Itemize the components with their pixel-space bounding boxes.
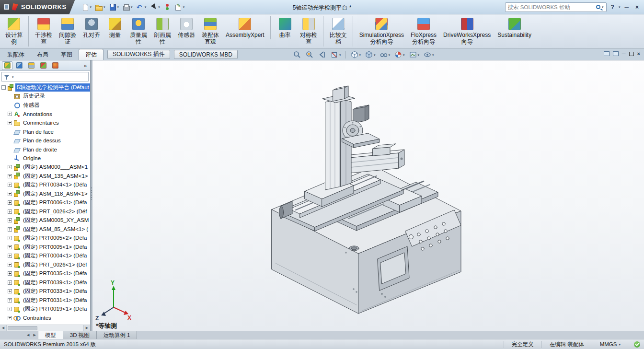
ribbon-button[interactable]: 剖面属 性 xyxy=(150,16,174,47)
tree-horizontal-scrollbar[interactable]: ◀ ▶ xyxy=(0,325,90,331)
apply-scene-button[interactable]: ▾ xyxy=(407,50,421,59)
help-search[interactable]: ▾ xyxy=(505,2,607,12)
tree-item[interactable]: Plan de face xyxy=(0,128,90,137)
tree-filter[interactable]: ▾ xyxy=(1,72,89,81)
scroll-left-icon[interactable]: ◀ xyxy=(0,325,7,331)
ribbon-button[interactable]: 干涉检 查 xyxy=(32,16,56,47)
tree-item[interactable]: (固定) PRT0006<1> (Défa xyxy=(0,198,90,208)
help-caret-icon[interactable]: ▾ xyxy=(619,5,621,9)
select-caret-icon[interactable]: ▾ xyxy=(158,5,160,9)
status-units[interactable]: MMGS▾ xyxy=(592,341,628,347)
scroll-right-icon[interactable]: ▶ xyxy=(83,325,90,331)
ribbon-button[interactable]: 比较文 档 xyxy=(326,16,353,47)
expander-icon[interactable] xyxy=(8,307,12,311)
expander-icon[interactable] xyxy=(8,316,12,320)
expander-icon[interactable] xyxy=(8,165,12,169)
expander-icon[interactable] xyxy=(8,227,12,232)
expander-icon[interactable] xyxy=(8,254,12,258)
tree-item[interactable]: (固定) PRT0005<2> (Défa xyxy=(0,234,90,243)
tree-item[interactable]: (固定) PRT0035<1> (Défa xyxy=(0,269,90,279)
ribbon-tab[interactable]: 布局 xyxy=(31,49,55,60)
ribbon-tab[interactable]: 评估 xyxy=(79,49,104,60)
minimize-document-icon[interactable]: ─ xyxy=(622,51,626,57)
view-orientation-button[interactable]: ▾ xyxy=(349,50,363,59)
save-button[interactable]: ▾ xyxy=(107,2,121,12)
expander-icon[interactable] xyxy=(8,183,12,187)
print-button[interactable]: ▾ xyxy=(121,2,134,12)
save-caret-icon[interactable]: ▾ xyxy=(117,5,119,9)
ribbon-button[interactable]: 设计算 例 xyxy=(2,16,29,47)
tree-item[interactable]: (固定) ASM_118_ASM<1> xyxy=(0,189,90,198)
print-caret-icon[interactable]: ▾ xyxy=(131,5,133,9)
expander-icon[interactable] xyxy=(8,121,12,125)
window-minimize-button[interactable]: ─ xyxy=(622,4,631,11)
expander-icon[interactable] xyxy=(8,298,12,302)
expander-icon[interactable] xyxy=(8,209,12,214)
tab-propertymanager[interactable] xyxy=(14,61,24,70)
options-button[interactable]: ▾ xyxy=(173,2,186,12)
view-settings-button[interactable]: ▾ xyxy=(422,50,436,59)
document-tab[interactable]: 3D 视图 xyxy=(63,331,97,339)
hide-show-caret-icon[interactable]: ▾ xyxy=(389,53,391,57)
expander-icon[interactable] xyxy=(8,289,12,293)
tab-dimxpertmanager[interactable] xyxy=(38,61,48,70)
expander-icon[interactable] xyxy=(8,245,12,249)
expander-icon[interactable] xyxy=(8,218,12,222)
units-caret-icon[interactable]: ▾ xyxy=(619,343,621,346)
document-tab[interactable]: 运动算例 1 xyxy=(97,331,138,339)
new-caret-icon[interactable]: ▾ xyxy=(90,5,92,9)
help-search-input[interactable] xyxy=(508,4,595,10)
restore-document-icon[interactable] xyxy=(629,52,634,56)
tree-item[interactable]: (固定) PRT0039<1> (Défa xyxy=(0,278,90,287)
section-view-button[interactable]: ▾ xyxy=(329,50,343,59)
ribbon-button[interactable]: 孔对齐 xyxy=(80,16,104,39)
window-close-button[interactable]: × xyxy=(633,4,641,11)
ribbon-tab[interactable]: SOLIDWORKS 插件 xyxy=(107,50,170,59)
ribbon-button[interactable]: 测量 xyxy=(104,16,126,39)
tree-item[interactable]: (固定) PRT_0026<1> (Déf xyxy=(0,260,90,269)
rebuild-button[interactable] xyxy=(162,2,172,12)
tree-item[interactable]: 历史记录 xyxy=(0,92,90,101)
expander-icon[interactable] xyxy=(8,200,12,205)
next-document-icon[interactable] xyxy=(613,51,619,56)
undo-caret-icon[interactable]: ▾ xyxy=(145,5,147,9)
tree-item[interactable]: (固定) PRT0031<1> (Défa xyxy=(0,296,90,305)
apply-scene-caret-icon[interactable]: ▾ xyxy=(418,53,420,57)
expander-icon[interactable] xyxy=(8,192,12,196)
previous-view-button[interactable] xyxy=(316,50,328,59)
expander-icon[interactable] xyxy=(8,280,12,285)
panel-flyout-chevrons-icon[interactable]: » xyxy=(82,63,88,69)
tree-item[interactable]: (固定) ASM0005_XY_ASM xyxy=(0,216,90,225)
tree-item[interactable]: Plan de droite xyxy=(0,145,90,154)
expander-icon[interactable] xyxy=(8,263,12,267)
display-style-button[interactable]: ▾ xyxy=(363,50,377,59)
ribbon-tab[interactable]: 装配体 xyxy=(1,49,31,60)
tree-item[interactable]: 5轴运动光学检测平台 (Défaut xyxy=(0,83,90,92)
tree-item[interactable]: (固定) PRT0019<1> (Défa xyxy=(0,305,90,314)
scrollbar-thumb[interactable] xyxy=(8,326,37,330)
expander-icon[interactable] xyxy=(8,112,12,116)
ribbon-button[interactable]: 质量属 性 xyxy=(126,16,150,47)
new-document-button[interactable]: ▾ xyxy=(80,2,93,12)
open-button[interactable]: ▾ xyxy=(93,2,107,12)
search-options-caret-icon[interactable]: ▾ xyxy=(602,5,604,9)
expander-icon[interactable] xyxy=(8,174,12,178)
document-tab[interactable]: 模型 xyxy=(38,331,63,339)
previous-document-icon[interactable] xyxy=(604,51,610,56)
undo-button[interactable]: ▾ xyxy=(135,2,148,12)
ribbon-button[interactable]: SimulationXpress 分析向导 xyxy=(356,16,407,47)
status-editing-mode[interactable]: 在编辑 装配体 xyxy=(541,341,592,348)
section-view-caret-icon[interactable]: ▾ xyxy=(339,53,341,57)
expander-icon[interactable] xyxy=(8,236,12,240)
tree-item[interactable]: (固定) ASM_85_ASM<1> ( xyxy=(0,225,90,234)
tree-item[interactable]: (固定) ASM000___ASM<1 xyxy=(0,163,90,172)
tab-featuremanager-tree[interactable] xyxy=(2,61,12,70)
tree-item[interactable]: (固定) PRT0005<1> (Défa xyxy=(0,243,90,252)
ribbon-button[interactable]: 对称检 查 xyxy=(297,16,323,47)
tree-item[interactable]: (固定) PRT0034<1> (Défa xyxy=(0,181,90,190)
tree-item[interactable]: Annotations xyxy=(0,110,90,119)
options-caret-icon[interactable]: ▾ xyxy=(183,5,185,9)
tab-scroll-right-icon[interactable]: ▶ xyxy=(31,331,37,339)
ribbon-button[interactable]: DriveWorksXpress 向导 xyxy=(440,16,494,47)
ribbon-button[interactable]: 间隙验 证 xyxy=(56,16,80,47)
